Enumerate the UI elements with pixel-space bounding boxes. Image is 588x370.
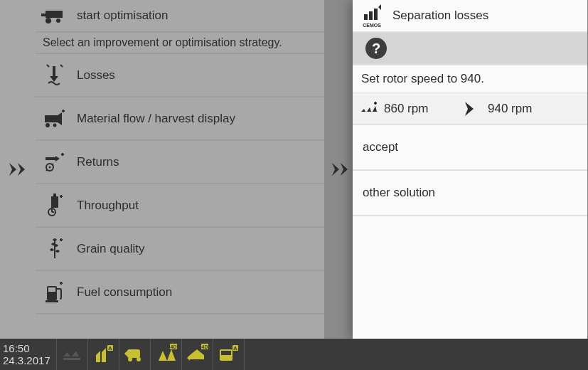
svg-text:4D: 4D xyxy=(170,344,176,349)
status-tile-4[interactable]: 4D xyxy=(151,339,182,370)
clock-box: 16:50 24.3.2017 xyxy=(0,339,57,370)
strategy-item-material-flow[interactable]: Material flow / harvest display xyxy=(36,97,324,141)
bottom-bar: 16:50 24.3.2017 A 4D 4D A xyxy=(0,339,588,370)
strategy-item-returns[interactable]: Returns xyxy=(36,141,324,184)
svg-rect-15 xyxy=(53,194,56,196)
svg-point-3 xyxy=(56,18,60,23)
strategy-item-losses[interactable]: Losses xyxy=(36,54,324,97)
svg-rect-22 xyxy=(46,300,58,302)
svg-point-9 xyxy=(46,123,50,127)
svg-marker-52 xyxy=(187,355,190,361)
svg-rect-21 xyxy=(48,287,55,292)
left-header[interactable]: start optimisation xyxy=(36,0,324,33)
left-panel: start optimisation Select an improvement… xyxy=(0,0,324,339)
fuel-icon xyxy=(40,280,70,305)
svg-rect-29 xyxy=(374,9,378,20)
right-instruction: Set rotor speed to 940. xyxy=(353,65,587,92)
svg-rect-56 xyxy=(221,351,231,355)
svg-marker-23 xyxy=(9,163,16,176)
svg-point-44 xyxy=(137,357,141,361)
svg-rect-27 xyxy=(364,14,368,20)
svg-text:A: A xyxy=(233,345,237,352)
svg-marker-47 xyxy=(167,349,176,361)
svg-marker-51 xyxy=(190,349,204,355)
right-panel: CEMOS Separation losses ? Set rotor spee… xyxy=(353,0,587,339)
svg-marker-33 xyxy=(373,106,377,112)
svg-rect-28 xyxy=(369,11,373,20)
svg-point-13 xyxy=(49,166,51,168)
strategy-item-label: Material flow / harvest display xyxy=(77,112,235,126)
svg-marker-24 xyxy=(18,163,25,176)
strategy-item-throughput[interactable]: Throughput xyxy=(36,184,324,228)
svg-marker-31 xyxy=(361,109,365,112)
strategy-item-label: Throughput xyxy=(77,199,139,213)
left-instruction: Select an improvement or optimisation st… xyxy=(36,33,324,54)
svg-marker-32 xyxy=(367,107,371,112)
right-header-label: Separation losses xyxy=(392,9,488,23)
expand-right-button[interactable] xyxy=(327,155,356,184)
status-tile-2[interactable]: A xyxy=(88,339,119,370)
material-flow-icon xyxy=(40,108,70,130)
svg-rect-42 xyxy=(127,349,140,358)
rpm-current: 860 rpm xyxy=(384,102,428,116)
svg-rect-14 xyxy=(51,196,58,208)
svg-point-43 xyxy=(128,357,132,361)
svg-point-10 xyxy=(53,123,57,127)
other-solution-button[interactable]: other solution xyxy=(353,171,587,216)
status-tile-6[interactable]: A xyxy=(213,339,245,370)
svg-marker-39 xyxy=(102,348,106,362)
accept-label: accept xyxy=(363,140,398,154)
losses-icon xyxy=(40,63,70,88)
svg-text:4D: 4D xyxy=(201,344,208,349)
rpm-row: 860 rpm 940 rpm xyxy=(353,92,587,125)
svg-marker-34 xyxy=(465,102,474,116)
svg-marker-26 xyxy=(341,163,348,176)
svg-marker-25 xyxy=(332,163,339,176)
svg-rect-7 xyxy=(45,115,58,122)
status-tile-5[interactable]: 4D xyxy=(182,339,213,370)
status-tile-1[interactable] xyxy=(57,339,88,370)
svg-marker-46 xyxy=(159,351,167,361)
rpm-target: 940 rpm xyxy=(488,102,532,116)
strategy-item-label: Grain quality xyxy=(77,242,144,256)
strategy-item-grain-quality[interactable]: Grain quality xyxy=(36,228,324,271)
help-icon: ? xyxy=(365,38,387,59)
svg-marker-45 xyxy=(124,351,127,356)
svg-marker-35 xyxy=(63,352,70,356)
svg-marker-1 xyxy=(58,11,63,18)
strategy-item-label: Returns xyxy=(77,155,119,169)
svg-rect-37 xyxy=(63,358,80,360)
strategy-item-label: Fuel consumption xyxy=(77,285,172,300)
svg-marker-11 xyxy=(55,156,60,162)
right-header: CEMOS Separation losses xyxy=(353,0,587,33)
svg-marker-30 xyxy=(378,4,381,10)
returns-icon xyxy=(40,152,70,173)
rotor-icon xyxy=(360,102,378,116)
cemos-label: CEMOS xyxy=(363,23,381,28)
svg-rect-50 xyxy=(190,355,204,359)
expand-left-button[interactable] xyxy=(4,155,33,184)
separation-losses-icon: CEMOS xyxy=(358,4,385,28)
throughput-icon xyxy=(40,194,70,218)
svg-marker-8 xyxy=(58,112,62,125)
grain-quality-icon xyxy=(40,237,70,261)
left-header-label: start optimisation xyxy=(77,9,169,23)
svg-point-2 xyxy=(46,18,51,23)
status-tile-3[interactable] xyxy=(119,339,151,370)
svg-rect-0 xyxy=(46,11,58,18)
arrow-right-icon xyxy=(459,100,481,117)
strategy-item-fuel-consumption[interactable]: Fuel consumption xyxy=(36,271,324,314)
svg-marker-38 xyxy=(96,351,100,362)
other-solution-label: other solution xyxy=(363,186,435,200)
combine-icon xyxy=(40,5,70,26)
strategy-item-label: Losses xyxy=(77,68,115,83)
svg-rect-5 xyxy=(53,66,55,76)
svg-marker-6 xyxy=(50,76,58,82)
accept-button[interactable]: accept xyxy=(353,125,587,171)
date-label: 24.3.2017 xyxy=(3,354,56,366)
svg-marker-36 xyxy=(72,351,79,356)
svg-text:A: A xyxy=(108,345,112,352)
time-label: 16:50 xyxy=(3,342,56,354)
help-row[interactable]: ? xyxy=(353,33,587,65)
svg-rect-4 xyxy=(41,14,46,16)
